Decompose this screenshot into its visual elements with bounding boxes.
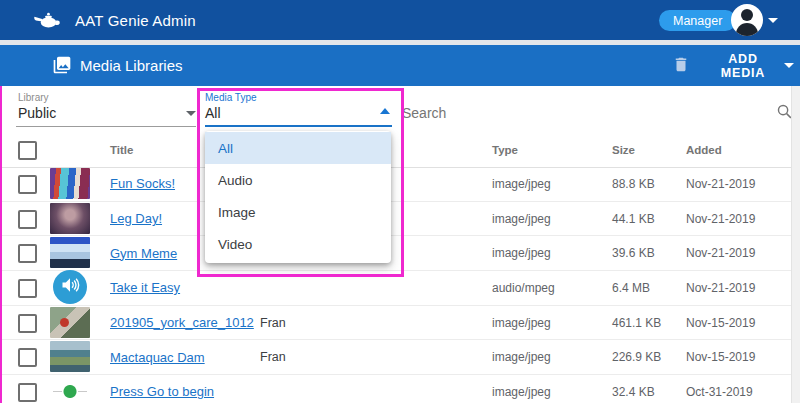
media-type-option-audio[interactable]: Audio [205,164,391,196]
media-added-date: Nov-21-2019 [686,202,755,236]
table-row: 201905_york_care_1012 Fran image/jpeg 46… [0,306,791,341]
page-title: Media Libraries [80,45,183,86]
media-thumbnail[interactable] [50,168,90,199]
media-owner: Fran [260,306,286,340]
media-type: image/jpeg [492,340,551,374]
table-row: Press Go to begin image/jpeg 32.4 KB Oct… [0,375,791,403]
media-owner: Fran [260,340,286,374]
add-media-chevron-down-icon [784,63,794,68]
add-media-label: ADD MEDIA [709,52,777,80]
table-row: Fun Socks! image/jpeg 88.8 KB Nov-21-201… [0,167,791,202]
media-type-dropdown: All Audio Image Video [205,131,391,263]
media-type-option-all[interactable]: All [205,132,391,164]
media-thumbnail[interactable] [50,341,90,372]
media-thumbnail[interactable] [50,203,90,234]
row-checkbox[interactable] [18,383,37,402]
media-title-link[interactable]: Press Go to begin [110,384,214,399]
media-title-link[interactable]: Fun Socks! [110,176,175,191]
media-libraries-page: AAT Genie Admin Manager Media Libraries … [0,0,800,403]
row-checkbox[interactable] [18,210,37,229]
media-size: 226.9 KB [612,340,661,374]
media-added-date: Nov-21-2019 [686,236,755,270]
user-menu-chevron-down-icon[interactable] [768,18,778,23]
genie-lamp-icon [34,11,61,33]
media-type-underline [205,125,392,127]
media-type: image/jpeg [492,306,551,340]
media-added-date: Oct-31-2019 [686,375,753,403]
media-added-date: Nov-15-2019 [686,306,755,340]
table-row: Gym Meme image/jpeg 39.6 KB Nov-21-2019 [0,236,791,271]
column-header-type[interactable]: Type [492,132,518,167]
media-thumbnail[interactable] [50,237,90,268]
library-underline [16,126,196,127]
media-type-filter-label: Media Type [205,92,257,103]
manager-role-button[interactable]: Manager [659,10,736,31]
library-chevron-down-icon[interactable] [186,111,196,116]
media-added-date: Nov-21-2019 [686,167,755,201]
media-type: image/jpeg [492,167,551,201]
media-type: image/jpeg [492,236,551,270]
media-size: 461.1 KB [612,306,661,340]
media-size: 88.8 KB [612,167,655,201]
row-checkbox[interactable] [18,279,37,298]
media-size: 39.6 KB [612,236,655,270]
media-title-link[interactable]: Mactaquac Dam [110,350,205,365]
media-size: 6.4 MB [612,271,650,305]
table-header: Title Type Size Added [0,132,791,168]
app-title: AAT Genie Admin [75,0,196,40]
column-header-size[interactable]: Size [612,132,635,167]
table-row: Leg Day! image/jpeg 44.1 KB Nov-21-2019 [0,202,791,237]
media-type-filter-value[interactable]: All [205,105,221,121]
speaker-icon [60,275,80,299]
row-checkbox[interactable] [18,348,37,367]
media-title-link[interactable]: Gym Meme [110,246,177,261]
table-body: Fun Socks! image/jpeg 88.8 KB Nov-21-201… [0,167,791,403]
select-all-checkbox[interactable] [18,141,37,160]
media-type: image/jpeg [492,202,551,236]
media-added-date: Nov-15-2019 [686,340,755,374]
table-row: Take it Easy audio/mpeg 6.4 MB Nov-21-20… [0,271,791,306]
row-checkbox[interactable] [18,175,37,194]
media-size: 44.1 KB [612,202,655,236]
table-row: Mactaquac Dam Fran image/jpeg 226.9 KB N… [0,340,791,375]
column-header-added[interactable]: Added [686,132,722,167]
row-checkbox[interactable] [18,244,37,263]
media-type: audio/mpeg [492,271,555,305]
media-title-link[interactable]: 201905_york_care_1012 [110,315,254,330]
library-filter-value[interactable]: Public [18,105,56,121]
media-added-date: Nov-21-2019 [686,271,755,305]
media-type-option-image[interactable]: Image [205,196,391,228]
media-title-link[interactable]: Take it Easy [110,280,180,295]
media-size: 32.4 KB [612,375,655,403]
media-library-icon [52,55,72,79]
add-media-button[interactable]: ADD MEDIA [703,45,800,86]
user-avatar[interactable] [731,4,763,36]
media-type: image/jpeg [492,375,551,403]
media-type-chevron-up-icon[interactable] [380,108,390,114]
delete-selected-button[interactable] [670,54,692,78]
row-checkbox[interactable] [18,314,37,333]
media-type-option-video[interactable]: Video [205,228,391,260]
library-filter-label: Library [18,92,49,103]
media-thumbnail[interactable] [50,307,90,338]
vertical-scrollbar[interactable] [791,86,800,403]
media-title-link[interactable]: Leg Day! [110,211,162,226]
search-input[interactable] [400,104,764,122]
annotation-left-stripe [0,86,2,403]
column-header-title[interactable]: Title [110,132,133,167]
media-thumbnail[interactable] [50,376,90,403]
trash-icon [672,54,690,75]
media-thumbnail[interactable] [53,270,87,304]
